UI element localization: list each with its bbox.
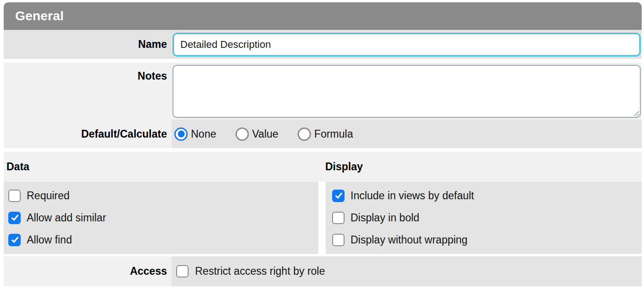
- checkbox-label: Include in views by default: [351, 190, 474, 202]
- access-control-cell: Restrict access right by role: [172, 256, 642, 286]
- checkbox-icon[interactable]: [8, 234, 21, 246]
- checkbox-icon[interactable]: [8, 190, 21, 202]
- checkbox-item-allow-find[interactable]: Allow find: [8, 234, 318, 246]
- access-label-cell: Access: [4, 256, 172, 286]
- name-input[interactable]: [172, 33, 641, 57]
- radio-option-value[interactable]: Value: [236, 127, 278, 141]
- notes-label: Notes: [4, 69, 167, 83]
- checkbox-item-restrict-access[interactable]: Restrict access right by role: [176, 265, 325, 277]
- checkbox-label: Required: [27, 190, 69, 202]
- radio-option-formula[interactable]: Formula: [298, 127, 353, 141]
- notes-block: Notes Default/Calculate None Value Formu…: [4, 63, 642, 148]
- checkbox-label: Display without wrapping: [351, 234, 467, 246]
- checkbox-item-include-in-views[interactable]: Include in views by default: [332, 190, 642, 202]
- default-calculate-radio-group: None Value Formula: [172, 120, 642, 148]
- checkbox-icon[interactable]: [332, 212, 345, 224]
- name-label: Name: [4, 30, 167, 59]
- checkbox-label: Display in bold: [351, 212, 420, 224]
- checkmark-icon: [335, 191, 342, 199]
- checkbox-item-display-without-wrapping[interactable]: Display without wrapping: [332, 234, 642, 246]
- radio-button-icon[interactable]: [236, 127, 249, 141]
- name-row: Name: [4, 30, 642, 59]
- checkbox-item-display-in-bold[interactable]: Display in bold: [332, 212, 642, 224]
- checkbox-label: Allow find: [27, 234, 72, 246]
- checkmark-icon: [11, 213, 18, 221]
- checkbox-icon[interactable]: [332, 190, 345, 202]
- data-section-heading: Data: [6, 152, 29, 182]
- checkbox-label: Allow add similar: [27, 212, 106, 224]
- radio-button-icon[interactable]: [298, 127, 311, 141]
- radio-button-icon[interactable]: [174, 127, 188, 141]
- radio-label: None: [191, 128, 216, 140]
- default-calculate-label: Default/Calculate: [4, 120, 167, 148]
- checkbox-label: Restrict access right by role: [195, 265, 325, 277]
- radio-label: Formula: [314, 128, 353, 140]
- checkbox-icon[interactable]: [8, 212, 21, 224]
- access-label: Access: [4, 256, 167, 286]
- radio-option-none[interactable]: None: [174, 127, 216, 141]
- checkbox-item-allow-add-similar[interactable]: Allow add similar: [8, 212, 318, 224]
- panel-header: General: [4, 2, 642, 30]
- checkmark-icon: [11, 235, 18, 243]
- data-section-panel: Required Allow add similar Allow find: [4, 182, 318, 254]
- radio-label: Value: [252, 128, 278, 140]
- checkbox-icon[interactable]: [176, 265, 189, 277]
- notes-textarea[interactable]: [172, 65, 641, 118]
- section-headings-band: Data Display: [4, 152, 642, 182]
- display-section-heading: Display: [325, 152, 363, 182]
- notes-textarea-wrap: [172, 65, 641, 118]
- checkbox-item-required[interactable]: Required: [8, 190, 318, 202]
- checkbox-icon[interactable]: [332, 234, 345, 246]
- display-section-panel: Include in views by default Display in b…: [326, 182, 642, 254]
- panel-title: General: [15, 9, 64, 23]
